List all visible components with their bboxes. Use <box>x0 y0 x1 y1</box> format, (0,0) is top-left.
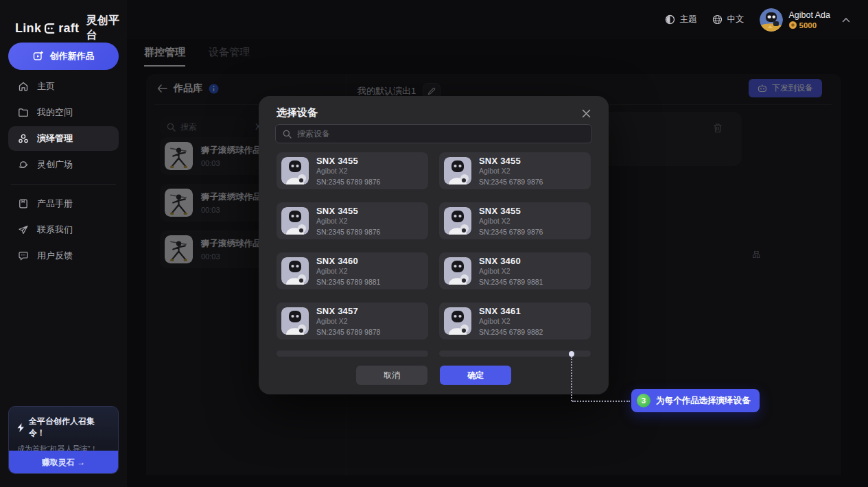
guide-tooltip-text: 为每个作品选择演绎设备 <box>656 395 751 407</box>
avatar <box>760 8 783 32</box>
coin-balance: 5000 <box>799 21 817 29</box>
modal-title: 选择设备 <box>277 106 318 119</box>
robot-group-icon <box>18 133 29 144</box>
sidebar-item-contact-us[interactable]: 联系我们 <box>8 217 119 242</box>
sidebar-item-label: 联系我们 <box>37 224 73 236</box>
device-thumbnail <box>444 307 471 335</box>
device-serial: SN:2345 6789 9878 <box>316 328 380 336</box>
guide-tooltip[interactable]: 3 为每个作品选择演绎设备 <box>631 389 760 412</box>
language-label: 中文 <box>727 14 744 25</box>
device-model: Agibot X2 <box>479 267 543 275</box>
coin-icon <box>789 21 797 29</box>
device-card-partial <box>277 351 428 357</box>
brand-logo-part2: raft <box>58 21 79 36</box>
sidebar-item-product-manual[interactable]: 产品手册 <box>8 191 119 216</box>
guide-anchor-dot <box>569 351 574 357</box>
device-name: SNX 3457 <box>316 306 380 316</box>
device-name: SNX 3455 <box>479 156 543 166</box>
promo-card: 全平台创作人召集令！ 成为首批“机器人导演”！ 赚取灵石 → <box>8 406 119 474</box>
user-menu[interactable]: Agibot Ada 5000 <box>760 8 850 32</box>
sidebar-item-label: 主页 <box>37 80 55 93</box>
folder-icon <box>18 107 29 118</box>
device-name: SNX 3461 <box>479 306 543 316</box>
sidebar-item-label: 我的空间 <box>37 106 73 119</box>
device-model: Agibot X2 <box>316 167 380 175</box>
guide-dotted-line-horizontal <box>572 401 630 402</box>
confirm-button[interactable]: 确定 <box>440 366 511 385</box>
home-icon <box>18 81 29 92</box>
promo-title-text: 全平台创作人召集令！ <box>29 416 110 439</box>
device-name: SNX 3455 <box>316 206 380 216</box>
send-icon <box>18 224 29 235</box>
theme-toggle[interactable]: 主题 <box>665 14 697 25</box>
theme-icon <box>665 14 675 25</box>
sidebar-item-plaza[interactable]: 灵创广场 <box>8 152 119 177</box>
device-search-input[interactable] <box>297 129 585 139</box>
theme-label: 主题 <box>680 14 697 25</box>
sidebar-item-label: 产品手册 <box>37 198 73 210</box>
device-name: SNX 3455 <box>316 156 380 166</box>
globe-icon <box>712 14 723 25</box>
create-work-label: 创作新作品 <box>50 50 95 62</box>
book-icon <box>18 198 29 209</box>
device-thumbnail <box>281 257 309 285</box>
device-name: SNX 3455 <box>479 206 543 216</box>
language-switcher[interactable]: 中文 <box>712 14 744 25</box>
sidebar-nav: 主页 我的空间 演绎管理 灵创广场 产品手册 联系我们 <box>8 74 119 270</box>
device-model: Agibot X2 <box>316 317 380 325</box>
device-card[interactable]: SNX 3460 Agibot X2 SN:2345 6789 9881 <box>277 252 428 289</box>
sidebar-item-my-space[interactable]: 我的空间 <box>8 100 119 125</box>
device-select-modal: 选择设备 SNX 3455 Agibot X2 SN:2345 6789 987… <box>259 96 609 394</box>
device-card-partial <box>439 351 591 357</box>
device-serial: SN:2345 6789 9876 <box>316 228 380 236</box>
device-model: Agibot X2 <box>479 217 543 225</box>
planet-icon <box>18 159 29 170</box>
device-name: SNX 3460 <box>316 256 380 266</box>
device-model: Agibot X2 <box>316 267 380 275</box>
lightning-icon <box>17 423 25 432</box>
device-grid: SNX 3455 Agibot X2 SN:2345 6789 9876 SNX… <box>277 152 591 340</box>
device-serial: SN:2345 6789 9876 <box>479 228 543 236</box>
create-work-button[interactable]: 创作新作品 <box>8 43 119 70</box>
sidebar-item-performance-management[interactable]: 演绎管理 <box>8 126 119 151</box>
robot-face-logo-icon <box>43 22 56 35</box>
cancel-button[interactable]: 取消 <box>356 366 427 385</box>
video-plus-icon <box>33 51 44 62</box>
device-card[interactable]: SNX 3455 Agibot X2 SN:2345 6789 9876 <box>277 152 428 189</box>
device-serial: SN:2345 6789 9881 <box>479 278 543 286</box>
earn-gems-button[interactable]: 赚取灵石 → <box>8 451 119 474</box>
device-search <box>275 124 592 143</box>
device-model: Agibot X2 <box>316 217 380 225</box>
sidebar-item-feedback[interactable]: 用户反馈 <box>8 244 119 268</box>
device-card[interactable]: SNX 3455 Agibot X2 SN:2345 6789 9876 <box>439 152 591 189</box>
sidebar-item-home[interactable]: 主页 <box>8 74 119 99</box>
device-card[interactable]: SNX 3455 Agibot X2 SN:2345 6789 9876 <box>277 202 428 239</box>
app-root: Link raft 灵创平台 创作新作品 主页 我的空间 <box>0 0 868 487</box>
guide-dotted-line-vertical <box>571 357 572 401</box>
device-card[interactable]: SNX 3461 Agibot X2 SN:2345 6789 9882 <box>439 302 591 340</box>
user-name: Agibot Ada <box>789 10 830 20</box>
chat-feedback-icon <box>18 250 29 261</box>
device-thumbnail <box>444 157 471 185</box>
sidebar-item-label: 演绎管理 <box>37 132 73 145</box>
device-thumbnail <box>281 157 309 185</box>
device-thumbnail <box>281 207 309 235</box>
brand-logo-part1: Link <box>15 21 41 36</box>
device-serial: SN:2345 6789 9882 <box>479 328 543 336</box>
brand-logo: Link raft 灵创平台 <box>0 0 127 43</box>
chevron-up-icon <box>842 17 850 23</box>
device-card[interactable]: SNX 3455 Agibot X2 SN:2345 6789 9876 <box>439 202 591 239</box>
device-thumbnail <box>444 207 471 235</box>
guide-step-badge: 3 <box>637 394 650 407</box>
device-serial: SN:2345 6789 9876 <box>479 178 543 186</box>
brand-logo-suffix: 灵创平台 <box>86 14 127 43</box>
close-icon[interactable] <box>578 106 594 121</box>
device-model: Agibot X2 <box>479 167 543 175</box>
device-card[interactable]: SNX 3457 Agibot X2 SN:2345 6789 9878 <box>277 302 428 340</box>
device-thumbnail <box>444 257 471 285</box>
sidebar: Link raft 灵创平台 创作新作品 主页 我的空间 <box>0 0 127 487</box>
sidebar-item-label: 灵创广场 <box>37 158 73 171</box>
device-card[interactable]: SNX 3460 Agibot X2 SN:2345 6789 9881 <box>439 252 591 289</box>
device-model: Agibot X2 <box>479 317 543 325</box>
search-icon <box>283 130 292 139</box>
